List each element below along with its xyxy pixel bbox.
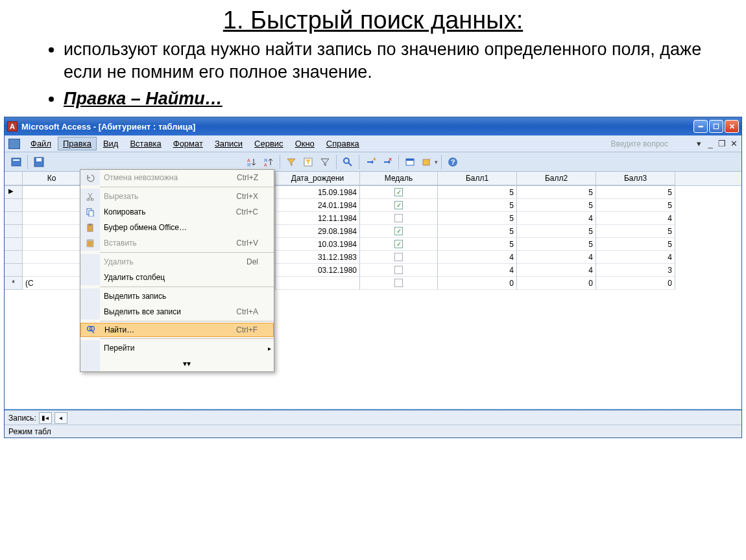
column-header-kod[interactable]: Ко (23, 172, 81, 185)
cell-date[interactable]: 03.12.1980 (276, 264, 360, 277)
cell-ball2[interactable]: 5 (517, 199, 596, 212)
column-header-ball1[interactable]: Балл1 (438, 172, 517, 185)
cell-kod[interactable] (23, 225, 81, 238)
minimize-button[interactable]: ━ (693, 120, 708, 133)
menu-item-выделить-запись[interactable]: Выделить запись (80, 288, 274, 304)
apply-filter-button[interactable] (317, 154, 333, 170)
cell-kod[interactable]: (С (23, 277, 81, 290)
cell-date[interactable]: 10.03.1984 (276, 238, 360, 251)
cell-ball3[interactable]: 3 (596, 264, 675, 277)
menu-service[interactable]: Сервис (249, 137, 289, 150)
mdi-minimize-button[interactable]: _ (706, 139, 714, 148)
cell-ball2[interactable]: 5 (517, 186, 596, 199)
cell-medal[interactable]: ✓ (360, 238, 438, 251)
cell-ball3[interactable]: 5 (596, 225, 675, 238)
row-selector-new[interactable]: * (5, 277, 23, 290)
checkbox-icon[interactable] (394, 279, 403, 287)
cell-medal[interactable]: ✓ (360, 199, 438, 212)
help-search-box[interactable]: Введите вопрос (607, 137, 689, 150)
column-header-ball3[interactable]: Балл3 (596, 172, 675, 185)
cell-ball2[interactable]: 4 (517, 264, 596, 277)
cell-date[interactable]: 24.01.1984 (276, 199, 360, 212)
menu-item-удалить-столбец[interactable]: Удалить столбец (80, 270, 274, 285)
checkbox-icon[interactable]: ✓ (394, 240, 403, 248)
checkbox-icon[interactable] (394, 266, 403, 274)
new-object-button[interactable] (419, 154, 435, 170)
checkbox-icon[interactable] (394, 214, 403, 222)
menu-window[interactable]: Окно (290, 137, 320, 150)
menu-item-перейти[interactable]: Перейти▸ (80, 340, 274, 356)
database-window-button[interactable] (402, 154, 418, 170)
maximize-button[interactable]: ☐ (709, 120, 723, 133)
sort-desc-button[interactable]: ЯА (261, 154, 276, 170)
view-button[interactable] (8, 154, 24, 170)
cell-ball3[interactable]: 4 (596, 251, 675, 264)
cell-ball1[interactable]: 4 (438, 251, 517, 264)
datasheet-view-icon[interactable] (8, 139, 20, 149)
find-button[interactable] (340, 154, 355, 170)
cell-kod[interactable] (23, 199, 81, 212)
nav-prev-button[interactable]: ◂ (54, 412, 67, 424)
row-selector[interactable] (5, 225, 23, 238)
cell-ball2[interactable]: 4 (517, 212, 596, 225)
cell-kod[interactable] (23, 264, 81, 277)
checkbox-icon[interactable]: ✓ (394, 201, 403, 209)
cell-ball2[interactable]: 5 (517, 238, 596, 251)
menu-format[interactable]: Формат (168, 137, 208, 150)
row-selector[interactable] (5, 264, 23, 277)
menu-records[interactable]: Записи (210, 137, 248, 150)
cell-medal[interactable] (360, 264, 438, 277)
new-record-button[interactable]: ★ (363, 154, 378, 170)
row-selector-header[interactable] (5, 172, 23, 185)
checkbox-icon[interactable]: ✓ (394, 227, 403, 235)
menu-item-копировать[interactable]: КопироватьCtrl+C (80, 204, 274, 220)
help-dropdown-icon[interactable]: ▾ (695, 139, 703, 148)
cell-kod[interactable] (23, 186, 81, 199)
help-button[interactable]: ? (445, 154, 461, 170)
cell-date[interactable]: 31.12.1983 (276, 251, 360, 264)
menu-expand-button[interactable]: ▾▾ (80, 356, 274, 371)
checkbox-icon[interactable]: ✓ (394, 188, 403, 196)
cell-ball1[interactable]: 5 (438, 212, 517, 225)
close-button[interactable]: ✕ (725, 120, 739, 133)
row-selector[interactable] (5, 251, 23, 264)
menu-item-выделить-все-записи[interactable]: Выделить все записиCtrl+A (80, 304, 274, 320)
cell-ball1[interactable]: 4 (438, 264, 517, 277)
cell-ball3[interactable]: 5 (596, 186, 675, 199)
cell-kod[interactable] (23, 212, 81, 225)
cell-medal[interactable]: ✓ (360, 225, 438, 238)
filter-form-button[interactable] (300, 154, 316, 170)
menu-edit[interactable]: Правка (58, 137, 97, 150)
nav-first-button[interactable]: ▮◂ (39, 412, 52, 424)
column-header-medal[interactable]: Медаль (360, 172, 438, 185)
menu-item-буфер-обмена-office-[interactable]: Буфер обмена Office… (80, 220, 274, 235)
cell-ball1[interactable]: 5 (438, 199, 517, 212)
row-selector[interactable] (5, 238, 23, 251)
row-selector[interactable] (5, 212, 23, 225)
save-button[interactable] (31, 154, 47, 170)
filter-selection-button[interactable] (283, 154, 299, 170)
checkbox-icon[interactable] (394, 253, 403, 261)
menu-item-найти-[interactable]: Найти…Ctrl+F (80, 323, 274, 337)
cell-medal[interactable] (360, 212, 438, 225)
cell-ball1[interactable]: 5 (438, 186, 517, 199)
cell-date[interactable] (276, 277, 360, 290)
cell-medal[interactable]: ✓ (360, 186, 438, 199)
column-header-date[interactable]: Дата_рождени (276, 172, 360, 185)
menu-help[interactable]: Справка (321, 137, 365, 150)
delete-record-button[interactable]: × (379, 154, 395, 170)
cell-ball2[interactable]: 5 (517, 225, 596, 238)
cell-ball1[interactable]: 5 (438, 225, 517, 238)
menu-insert[interactable]: Вставка (125, 137, 166, 150)
cell-medal[interactable] (360, 251, 438, 264)
mdi-close-button[interactable]: ✕ (730, 139, 738, 148)
cell-ball1[interactable]: 0 (438, 277, 517, 290)
cell-ball3[interactable]: 4 (596, 212, 675, 225)
sort-asc-button[interactable]: АЯ (244, 154, 259, 170)
cell-ball3[interactable]: 5 (596, 199, 675, 212)
cell-ball3[interactable]: 0 (596, 277, 675, 290)
menu-view[interactable]: Вид (98, 137, 124, 150)
cell-kod[interactable] (23, 238, 81, 251)
mdi-restore-button[interactable]: ❐ (718, 139, 726, 148)
cell-ball3[interactable]: 5 (596, 238, 675, 251)
